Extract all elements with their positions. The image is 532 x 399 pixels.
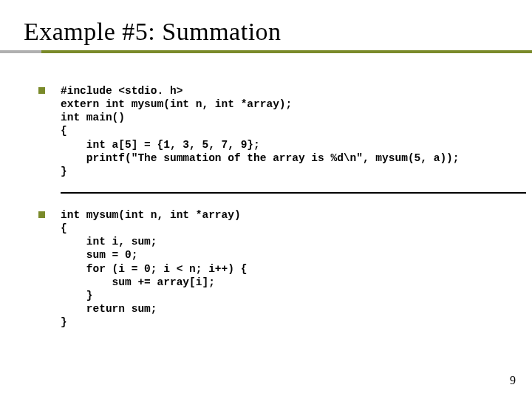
page-number: 9	[510, 374, 516, 387]
code-block-main: #include <stdio. h> extern int mysum(int…	[61, 84, 514, 178]
title-underline-olive	[41, 50, 532, 53]
code-block-func: int mysum(int n, int *array) { int i, su…	[61, 208, 514, 329]
code-text-func: int mysum(int n, int *array) { int i, su…	[61, 208, 514, 329]
title-underline	[24, 50, 514, 58]
slide-title: Example #5: Summation	[24, 18, 514, 46]
slide: Example #5: Summation #include <stdio. h…	[0, 0, 532, 399]
section-divider	[61, 192, 526, 194]
bullet-icon	[38, 211, 45, 218]
title-underline-gray	[0, 50, 41, 53]
title-area: Example #5: Summation	[24, 18, 514, 58]
code-text-main: #include <stdio. h> extern int mysum(int…	[61, 84, 514, 178]
bullet-icon	[38, 87, 45, 94]
